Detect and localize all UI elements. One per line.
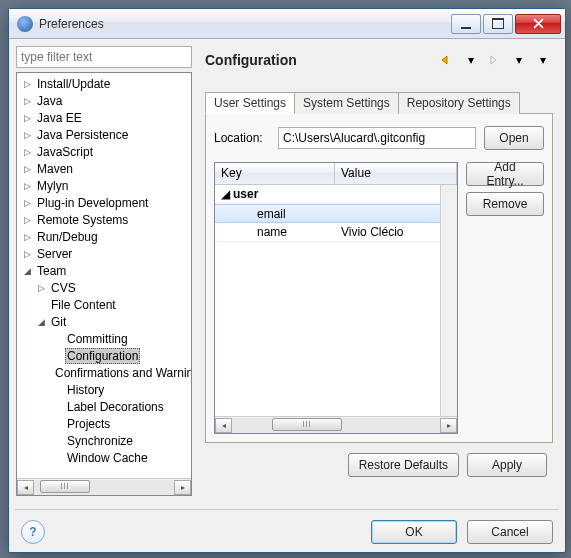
tab[interactable]: Repository Settings <box>398 92 520 114</box>
tree-item[interactable]: ▷JavaScript <box>17 143 191 160</box>
tree-item[interactable]: ▷Install/Update <box>17 75 191 92</box>
tree-twisty-icon[interactable]: ▷ <box>21 78 33 90</box>
tree-twisty-icon[interactable]: ◢ <box>21 265 33 277</box>
close-button[interactable] <box>515 14 561 34</box>
tree-item-label: Window Cache <box>65 451 150 465</box>
tree-item[interactable]: File Content <box>17 296 191 313</box>
tree-item-label: Synchronize <box>65 434 135 448</box>
tree-item-label: Maven <box>35 162 75 176</box>
tree-item[interactable]: ▷Java EE <box>17 109 191 126</box>
tree-item[interactable]: ▷Java Persistence <box>17 126 191 143</box>
table-row[interactable]: nameVivio Clécio <box>215 223 457 242</box>
table-scroll-right[interactable]: ▸ <box>440 418 457 433</box>
tree-item[interactable]: History <box>17 381 191 398</box>
scroll-thumb[interactable] <box>40 480 90 493</box>
tree-item[interactable]: ▷Server <box>17 245 191 262</box>
tree-item[interactable]: Window Cache <box>17 449 191 466</box>
tree-item[interactable]: Label Decorations <box>17 398 191 415</box>
tree-twisty-icon[interactable] <box>51 401 63 413</box>
tree-item-label: Committing <box>65 332 130 346</box>
tree-twisty-icon[interactable] <box>35 299 47 311</box>
maximize-button[interactable] <box>483 14 513 34</box>
tree-item[interactable]: ▷Maven <box>17 160 191 177</box>
nav-back-icon[interactable] <box>437 52 457 68</box>
add-entry-button[interactable]: Add Entry... <box>466 162 544 186</box>
window-title: Preferences <box>39 17 449 31</box>
nav-back-menu-icon[interactable]: ▾ <box>461 52 481 68</box>
open-button[interactable]: Open <box>484 126 544 150</box>
table-header: Key Value <box>215 163 457 185</box>
cell-value <box>335 193 457 195</box>
tree-item-label: CVS <box>49 281 78 295</box>
column-value[interactable]: Value <box>335 163 457 184</box>
preferences-tree[interactable]: ▷Install/Update▷Java▷Java EE▷Java Persis… <box>16 72 192 496</box>
tree-twisty-icon[interactable]: ▷ <box>21 180 33 192</box>
tree-item[interactable]: ◢Team <box>17 262 191 279</box>
tree-twisty-icon[interactable]: ▷ <box>21 231 33 243</box>
titlebar[interactable]: Preferences <box>9 9 565 39</box>
tree-twisty-icon[interactable] <box>51 384 63 396</box>
table-scroll-left[interactable]: ◂ <box>215 418 232 433</box>
tree-item[interactable]: ▷Java <box>17 92 191 109</box>
tree-item[interactable]: Projects <box>17 415 191 432</box>
tree-item[interactable]: Committing <box>17 330 191 347</box>
restore-defaults-button[interactable]: Restore Defaults <box>348 453 459 477</box>
tree-twisty-icon[interactable]: ▷ <box>21 248 33 260</box>
ok-button[interactable]: OK <box>371 520 457 544</box>
app-icon <box>17 16 33 32</box>
minimize-button[interactable] <box>451 14 481 34</box>
tree-item[interactable]: ▷CVS <box>17 279 191 296</box>
filter-input[interactable] <box>16 46 192 68</box>
tree-twisty-icon[interactable]: ▷ <box>21 163 33 175</box>
tree-twisty-icon[interactable] <box>51 418 63 430</box>
view-menu-icon[interactable]: ▾ <box>533 52 553 68</box>
scroll-left-arrow[interactable]: ◂ <box>17 480 34 495</box>
help-icon[interactable]: ? <box>21 520 45 544</box>
column-key[interactable]: Key <box>215 163 335 184</box>
tree-horizontal-scrollbar[interactable]: ◂ ▸ <box>17 478 191 495</box>
location-label: Location: <box>214 131 270 145</box>
tree-item[interactable]: Configuration <box>17 347 191 364</box>
tab[interactable]: System Settings <box>294 92 399 114</box>
tree-twisty-icon[interactable]: ▷ <box>21 112 33 124</box>
tree-item[interactable]: ▷Remote Systems <box>17 211 191 228</box>
remove-button[interactable]: Remove <box>466 192 544 216</box>
row-twisty-icon[interactable]: ◢ <box>221 187 233 201</box>
scroll-right-arrow[interactable]: ▸ <box>174 480 191 495</box>
cancel-button[interactable]: Cancel <box>467 520 553 544</box>
table-row[interactable]: ◢user <box>215 185 457 204</box>
location-input[interactable] <box>278 127 476 149</box>
tree-item[interactable]: Confirmations and Warnings <box>17 364 191 381</box>
tree-twisty-icon[interactable]: ▷ <box>21 146 33 158</box>
table-vertical-scrollbar[interactable] <box>440 185 457 416</box>
tab[interactable]: User Settings <box>205 92 295 114</box>
config-table[interactable]: Key Value ◢useremailnameVivio Clécio ◂ ▸ <box>214 162 458 434</box>
nav-forward-icon[interactable] <box>485 52 505 68</box>
tree-item-label: Configuration <box>65 348 140 364</box>
tree-item[interactable]: ▷Mylyn <box>17 177 191 194</box>
tree-twisty-icon[interactable] <box>51 350 63 362</box>
tree-twisty-icon[interactable] <box>51 435 63 447</box>
tree-twisty-icon[interactable]: ◢ <box>35 316 47 328</box>
tree-twisty-icon[interactable]: ▷ <box>21 197 33 209</box>
tree-item-label: Plug-in Development <box>35 196 150 210</box>
table-row[interactable]: email <box>215 204 457 223</box>
tree-twisty-icon[interactable]: ▷ <box>21 95 33 107</box>
tree-item-label: Run/Debug <box>35 230 100 244</box>
apply-button[interactable]: Apply <box>467 453 547 477</box>
tree-twisty-icon[interactable]: ▷ <box>35 282 47 294</box>
tree-item[interactable]: Synchronize <box>17 432 191 449</box>
tree-item[interactable]: ▷Run/Debug <box>17 228 191 245</box>
tree-item-label: Confirmations and Warnings <box>53 366 191 380</box>
tree-item[interactable]: ◢Git <box>17 313 191 330</box>
tab-panel: Location: Open Key Value ◢useremailnameV… <box>205 114 553 443</box>
tree-twisty-icon[interactable] <box>51 452 63 464</box>
nav-forward-menu-icon[interactable]: ▾ <box>509 52 529 68</box>
table-scroll-thumb[interactable] <box>272 418 342 431</box>
tree-twisty-icon[interactable] <box>51 333 63 345</box>
table-horizontal-scrollbar[interactable]: ◂ ▸ <box>215 416 457 433</box>
tree-item-label: Java <box>35 94 64 108</box>
tree-twisty-icon[interactable]: ▷ <box>21 129 33 141</box>
tree-twisty-icon[interactable]: ▷ <box>21 214 33 226</box>
tree-item[interactable]: ▷Plug-in Development <box>17 194 191 211</box>
